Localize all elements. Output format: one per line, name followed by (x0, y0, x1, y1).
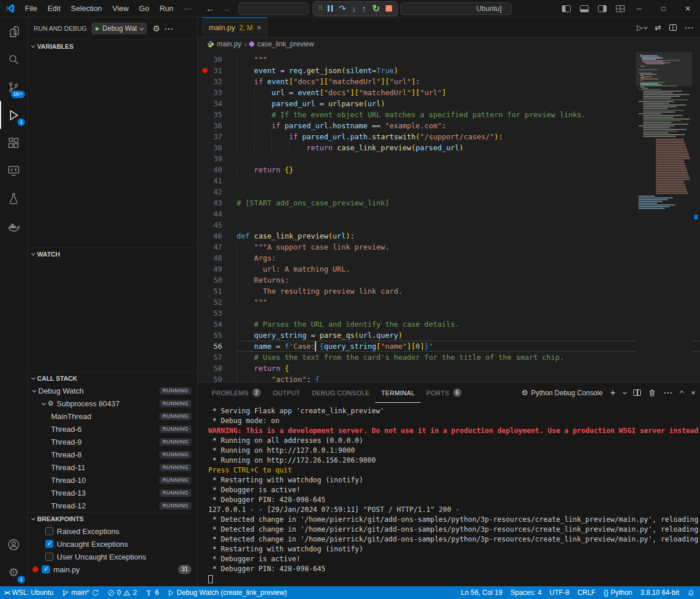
gutter-breakpoint[interactable] (202, 266, 208, 272)
tab-main-py[interactable]: main.py 2, M × (202, 17, 267, 37)
gutter-breakpoint[interactable] (202, 57, 208, 62)
status-encoding[interactable]: UTF-8 (546, 586, 574, 599)
code-editor[interactable]: 30 """31 event = req.get_json(silent=Tru… (198, 50, 700, 382)
terminal-dropdown-icon[interactable] (623, 390, 627, 394)
call-stack-row[interactable]: Thread-11RUNNING (28, 461, 197, 474)
code-line[interactable]: 40 return {} (198, 164, 700, 175)
sidebar-more-icon[interactable]: ··· (165, 24, 174, 33)
menu-selection[interactable]: Selection (66, 0, 107, 17)
gutter-breakpoint[interactable] (202, 178, 208, 183)
panel-tab-problems[interactable]: PROBLEMS2 (206, 383, 267, 403)
code-line[interactable]: 53 (198, 308, 700, 319)
pause-icon[interactable] (328, 5, 333, 12)
maximize-panel-icon[interactable] (680, 391, 684, 395)
code-line[interactable]: 58 return { (198, 363, 700, 374)
panel-tab-terminal[interactable]: TERMINAL (375, 383, 420, 403)
code-line[interactable]: 52 """ (198, 297, 700, 308)
gutter-breakpoint[interactable] (202, 366, 208, 371)
forward-icon[interactable]: → (222, 4, 230, 13)
code-line[interactable]: 55 query_string = parse_qs(url.query) (198, 330, 700, 341)
split-editor-icon[interactable] (669, 24, 677, 31)
launch-config-dropdown[interactable]: ▶ Debug Wat (92, 23, 147, 34)
source-control-icon[interactable]: 1K+ (0, 73, 27, 101)
call-stack-row[interactable]: Thread-13RUNNING (28, 486, 197, 499)
code-line[interactable]: 35 # If the event object URL matches a s… (198, 109, 700, 120)
code-line[interactable]: 30 """ (198, 54, 700, 65)
code-line[interactable]: 43# [START add_ons_case_preview_link] (198, 197, 700, 208)
toggle-secondary-sidebar-icon[interactable] (598, 5, 607, 12)
status-interpreter[interactable]: 3.8.10 64-bit (636, 586, 683, 599)
call-stack-row[interactable]: Debug WatchRUNNING (28, 384, 197, 397)
account-icon[interactable] (0, 531, 27, 558)
breakpoint-checkbox[interactable] (45, 527, 53, 535)
stop-icon[interactable] (386, 5, 392, 12)
status-indentation[interactable]: Spaces: 4 (506, 586, 545, 599)
gutter-breakpoint[interactable] (202, 355, 208, 360)
call-stack-row[interactable]: ⚙Subprocess 80437RUNNING (28, 397, 197, 410)
breadcrumb-file[interactable]: main.py (217, 40, 241, 48)
terminal-instance-label[interactable]: ⚙ Python Debug Console (521, 388, 603, 397)
toggle-panel-icon[interactable] (580, 5, 589, 12)
code-line[interactable]: 45 (198, 219, 700, 230)
gutter-breakpoint[interactable] (202, 145, 208, 150)
step-out-icon[interactable]: ↑ (362, 4, 367, 13)
settings-gear-icon[interactable]: ⚙ 1 (0, 558, 27, 586)
gutter-breakpoint[interactable] (202, 156, 208, 161)
breakpoint-row[interactable]: main.py31 (28, 563, 197, 576)
restart-icon[interactable]: ↻ (372, 4, 380, 13)
call-stack-row[interactable]: Thread-6RUNNING (28, 423, 197, 435)
gutter-breakpoint[interactable] (202, 134, 208, 139)
kill-terminal-icon[interactable] (648, 389, 656, 397)
command-center-search[interactable] (238, 2, 309, 15)
code-line[interactable]: 56 name = f'Case: {query_string["name"][… (198, 341, 700, 352)
breakpoint-checkbox[interactable] (45, 553, 53, 561)
gutter-breakpoint[interactable] (202, 300, 208, 305)
close-button[interactable]: ✕ (676, 0, 700, 17)
breakpoint-checkbox[interactable] (42, 565, 50, 573)
breakpoint-checkbox[interactable] (45, 540, 53, 548)
variables-section-header[interactable]: VARIABLES (28, 39, 197, 52)
panel-tab-output[interactable]: OUTPUT (267, 383, 306, 403)
step-into-icon[interactable]: ↓ (352, 4, 357, 13)
watch-content[interactable] (28, 260, 197, 371)
customize-layout-icon[interactable] (616, 5, 625, 12)
code-line[interactable]: 38 return case_link_preview(parsed_url) (198, 142, 700, 153)
breadcrumb-symbol[interactable]: case_link_preview (257, 40, 314, 48)
run-python-file-button[interactable]: ▷ (637, 23, 647, 32)
code-line[interactable]: 57 # Uses the text from the card's heade… (198, 352, 700, 363)
editor-more-icon[interactable]: ··· (685, 23, 694, 32)
call-stack-row[interactable]: Thread-12RUNNING (28, 499, 197, 512)
gutter-breakpoint[interactable] (202, 277, 208, 283)
gutter-breakpoint[interactable] (202, 101, 208, 106)
tab-close-icon[interactable]: × (257, 23, 262, 32)
status-problems[interactable]: 0 2 (103, 586, 141, 599)
remote-explorer-icon[interactable] (0, 157, 27, 185)
code-line[interactable]: 49 url: A matching URL. (198, 264, 700, 275)
configure-gear-icon[interactable]: ⚙ (153, 24, 160, 33)
window-title-box[interactable]: Ubuntu] (400, 2, 512, 15)
code-line[interactable]: 32 if event["docs"]["matchedUrl"]["url"]… (198, 76, 700, 87)
gutter-breakpoint[interactable] (202, 288, 208, 294)
minimap[interactable] (636, 50, 692, 382)
gutter-breakpoint[interactable] (202, 68, 208, 73)
status-language[interactable]: {} Python (600, 586, 636, 599)
code-line[interactable]: 59 "action": { (198, 374, 700, 382)
minimize-button[interactable]: ─ (627, 0, 651, 17)
code-line[interactable]: 50 Returns: (198, 275, 700, 286)
watch-section-header[interactable]: WATCH (28, 247, 197, 260)
gutter-breakpoint[interactable] (202, 222, 208, 228)
code-line[interactable]: 33 url = event["docs"]["matchedUrl"]["ur… (198, 87, 700, 98)
menu-edit[interactable]: Edit (42, 0, 66, 17)
open-changes-icon[interactable]: ⇄ (655, 23, 661, 32)
gutter-breakpoint[interactable] (202, 112, 208, 117)
panel-tab-ports[interactable]: PORTS6 (420, 383, 467, 403)
gutter-breakpoint[interactable] (202, 167, 208, 172)
terminal-output[interactable]: * Serving Flask app 'create_link_preview… (198, 403, 700, 586)
step-over-icon[interactable]: ↷ (339, 4, 346, 13)
split-terminal-icon[interactable] (633, 389, 641, 396)
testing-beaker-icon[interactable] (0, 185, 27, 212)
gutter-breakpoint[interactable] (202, 90, 208, 95)
explorer-icon[interactable] (0, 17, 27, 45)
menu-go[interactable]: Go (134, 0, 154, 17)
editor-scrollbar[interactable] (692, 53, 700, 382)
